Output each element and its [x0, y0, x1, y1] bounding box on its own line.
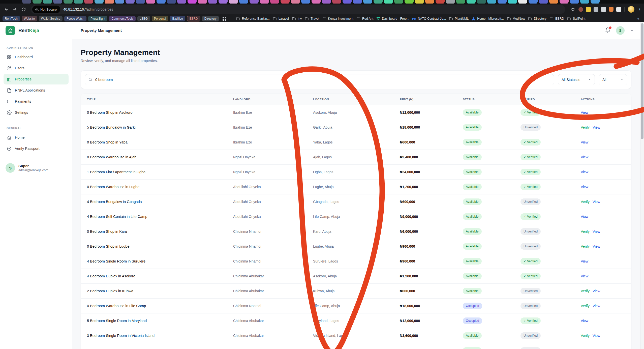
sidebar-item-rnpl-applications[interactable]: RNPL Applications: [4, 85, 69, 96]
bookmark-chip[interactable]: Badilico: [170, 16, 185, 21]
view-link[interactable]: View: [593, 200, 600, 204]
type-filter-select[interactable]: All: [599, 74, 627, 85]
extension-fox-icon[interactable]: [609, 7, 614, 12]
bookmarks-overflow-chevron[interactable]: »: [637, 17, 641, 21]
browser-tab[interactable]: [229, 0, 238, 4]
verify-link[interactable]: Verify: [581, 244, 590, 248]
forward-icon[interactable]: [11, 5, 19, 14]
bookmark-chip[interactable]: CommerceTools: [109, 16, 136, 21]
browser-tab[interactable]: [43, 0, 52, 4]
browser-tab[interactable]: [405, 0, 414, 4]
browser-tab[interactable]: [167, 0, 176, 4]
browser-tab[interactable]: [332, 0, 341, 4]
view-link[interactable]: View: [593, 244, 600, 248]
extension-yellow-icon[interactable]: [586, 7, 591, 12]
browser-tab[interactable]: [518, 0, 527, 4]
browser-tab[interactable]: [580, 0, 589, 4]
bookmark-folder[interactable]: Travel: [305, 17, 319, 21]
sidebar-item-settings[interactable]: Settings: [4, 107, 69, 118]
sidebar-item-dashboard[interactable]: Dashboard: [4, 52, 69, 62]
view-link[interactable]: View: [593, 289, 600, 293]
browser-tab[interactable]: [415, 0, 424, 4]
browser-tab[interactable]: [301, 0, 310, 4]
browser-tab[interactable]: [487, 0, 496, 4]
browser-tab[interactable]: [508, 0, 517, 4]
browser-tab[interactable]: [477, 0, 486, 4]
browser-tab[interactable]: [188, 0, 197, 4]
bookmark-folder[interactable]: PlantUML: [449, 17, 469, 21]
view-link[interactable]: View: [593, 334, 600, 338]
view-link[interactable]: View: [593, 229, 600, 234]
browser-tab[interactable]: [436, 0, 445, 4]
browser-tab[interactable]: [115, 0, 124, 4]
apps-grid-icon[interactable]: [223, 17, 226, 21]
browser-tab[interactable]: [146, 0, 155, 4]
verify-link[interactable]: Verify: [581, 125, 590, 129]
bookmark-chip[interactable]: Wallet Service: [39, 16, 63, 21]
extension-pen-icon[interactable]: [594, 7, 598, 12]
browser-tab[interactable]: [498, 0, 507, 4]
verify-link[interactable]: Verify: [581, 229, 590, 234]
bookmark-folder[interactable]: Laravel: [273, 17, 289, 21]
page-scrollbar[interactable]: [640, 22, 644, 349]
scrollbar-thumb[interactable]: [641, 23, 643, 139]
browser-tab[interactable]: [322, 0, 331, 4]
browser-tab[interactable]: [374, 0, 383, 4]
url-bar[interactable]: Not Secure 40.81.132.167/admin/propertie…: [31, 5, 565, 14]
tab-strip[interactable]: [0, 0, 644, 4]
browser-tab[interactable]: [353, 0, 362, 4]
not-secure-badge[interactable]: Not Secure: [32, 6, 60, 13]
browser-tab[interactable]: [22, 0, 31, 4]
browser-tab[interactable]: [560, 0, 569, 4]
bookmark-chip[interactable]: Personal: [152, 16, 168, 21]
bookmark-folder[interactable]: Home - Microsoft...: [472, 17, 504, 21]
browser-tab[interactable]: [467, 0, 476, 4]
browser-tab[interactable]: [363, 0, 372, 4]
browser-tab[interactable]: [177, 0, 186, 4]
browser-tab[interactable]: [126, 0, 135, 4]
sidebar-item-users[interactable]: Users: [4, 63, 69, 73]
extension-box-icon[interactable]: [616, 7, 621, 12]
bookmark-folder[interactable]: MedNow: [507, 17, 525, 21]
brand[interactable]: RentKeja: [0, 22, 72, 39]
browser-tab[interactable]: [219, 0, 228, 4]
browser-tab[interactable]: [239, 0, 248, 4]
bookmark-chip[interactable]: RentTech: [3, 16, 20, 21]
bookmark-folder[interactable]: Inv: [292, 17, 302, 21]
browser-tab[interactable]: [529, 0, 538, 4]
browser-tab[interactable]: [570, 0, 579, 4]
browser-tab[interactable]: [291, 0, 300, 4]
view-link[interactable]: View: [581, 155, 588, 159]
bookmark-chip[interactable]: EBRD: [187, 16, 200, 21]
sidebar-item-home[interactable]: Home: [4, 132, 69, 143]
bookmark-folder[interactable]: Kenya Investment: [322, 17, 353, 21]
bookmark-folder[interactable]: EBRD: [549, 17, 564, 21]
view-link[interactable]: View: [593, 125, 600, 129]
sidebar-item-verify-passport[interactable]: Verify Passport: [4, 143, 69, 154]
browser-tab[interactable]: [208, 0, 217, 4]
browser-tab[interactable]: [394, 0, 403, 4]
browser-tab[interactable]: [105, 0, 114, 4]
browser-tab[interactable]: [312, 0, 321, 4]
browser-tab[interactable]: [549, 0, 558, 4]
browser-tab[interactable]: [198, 0, 207, 4]
sidebar-item-payments[interactable]: Payments: [4, 96, 69, 107]
browser-tab[interactable]: [250, 0, 259, 4]
bookmark-folder[interactable]: Dashboard - Free...: [376, 17, 409, 21]
browser-tab[interactable]: [136, 0, 145, 4]
browser-tab[interactable]: [64, 0, 73, 4]
topbar-avatar[interactable]: S: [616, 26, 625, 35]
bookmark-folder[interactable]: Reference Bankin...: [236, 17, 270, 21]
bookmark-star-icon[interactable]: [571, 7, 575, 12]
extension-person-icon[interactable]: [578, 7, 583, 12]
bookmark-folder[interactable]: Directory: [528, 17, 546, 21]
browser-tab[interactable]: [456, 0, 465, 4]
bookmark-chip[interactable]: Website: [22, 16, 37, 21]
view-link[interactable]: View: [581, 140, 588, 144]
bookmark-chip[interactable]: LSEG: [137, 16, 150, 21]
bookmark-folder[interactable]: PRNATO Contract Jo...: [412, 17, 446, 20]
bookmark-chip[interactable]: Footie Watch: [64, 16, 86, 21]
browser-profile-avatar[interactable]: [628, 6, 634, 13]
browser-tab[interactable]: [343, 0, 352, 4]
browser-tab[interactable]: [591, 0, 600, 4]
